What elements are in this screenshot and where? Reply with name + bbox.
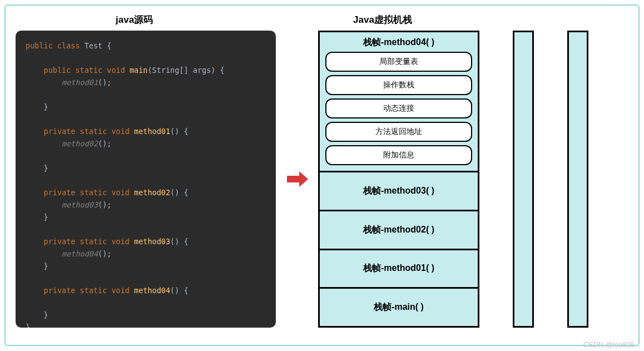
watermark: CSDN @leo825... (583, 340, 641, 349)
stack-frame: 栈帧-method03( ) (320, 172, 478, 211)
stack-frame-component: 操作数栈 (325, 75, 472, 95)
native-stack-1 (513, 31, 534, 328)
jvm-stack: 栈帧-method04( ) 局部变量表操作数栈动态连接方法返回地址附加信息 栈… (318, 31, 479, 328)
stack-frame: 栈帧-method01( ) (320, 250, 478, 289)
heading-row: java源码 Java虚拟机栈 (16, 13, 628, 26)
stack-frame-component: 动态连接 (325, 98, 472, 118)
stack-frame-items: 局部变量表操作数栈动态连接方法返回地址附加信息 (325, 52, 472, 165)
stack-frame-component: 方法返回地址 (325, 122, 472, 142)
heading-right: Java虚拟机栈 (353, 13, 412, 26)
heading-left: java源码 (116, 13, 153, 26)
stack-frame: 栈帧-method02( ) (320, 211, 478, 250)
stack-frame-component: 附加信息 (325, 145, 472, 165)
code-block: public class Test { public static void m… (16, 31, 276, 328)
stack-frame-top: 栈帧-method04( ) 局部变量表操作数栈动态连接方法返回地址附加信息 (320, 32, 478, 172)
stack-frame: 栈帧-main( ) (320, 289, 478, 326)
diagram-container: java源码 Java虚拟机栈 public class Test { publ… (4, 4, 640, 346)
arrow-column (285, 31, 309, 328)
content-row: public class Test { public static void m… (16, 31, 628, 328)
native-stack-2 (567, 31, 588, 328)
stack-frame-title: 栈帧-method04( ) (325, 37, 472, 48)
arrow-right-icon (286, 171, 308, 187)
stack-frame-component: 局部变量表 (325, 52, 472, 72)
